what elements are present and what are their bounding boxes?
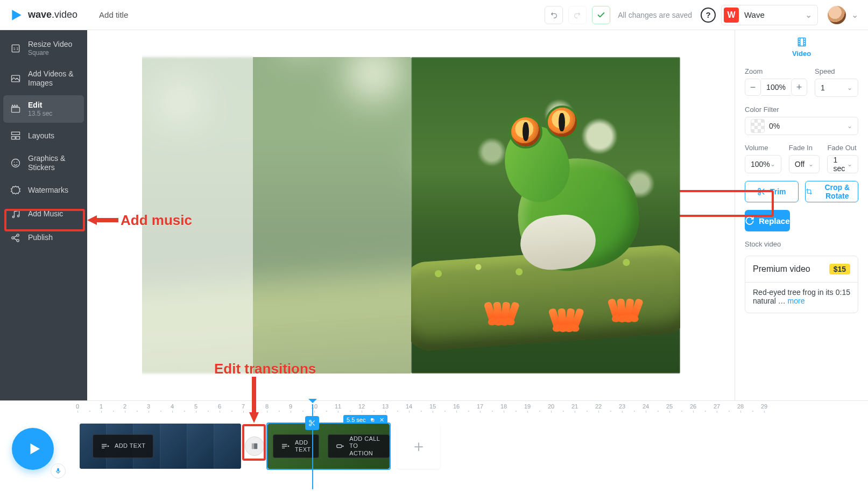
saved-indicator-icon <box>592 6 610 24</box>
topbar-actions: All changes are saved ? W Wave ⌄ ⌄ <box>545 5 858 25</box>
user-menu-chevron-icon[interactable]: ⌄ <box>851 10 858 20</box>
trim-button[interactable]: Trim <box>745 181 799 202</box>
sidebar-item-add-media[interactable]: Add Videos & Images <box>3 64 84 93</box>
transition-node[interactable] <box>245 436 264 456</box>
ruler-tick: 0 <box>76 403 79 410</box>
chevron-down-icon: ⌄ <box>805 10 812 20</box>
svg-rect-4 <box>12 132 20 135</box>
ruler-tick: 6 <box>218 403 221 410</box>
premium-label: Premium video <box>753 264 810 274</box>
stock-video-card[interactable]: Premium video $15 Red-eyed tree frog in … <box>745 256 858 313</box>
undo-button[interactable] <box>545 6 563 24</box>
refresh-icon <box>745 216 754 226</box>
timeline-clip-1[interactable]: ADD TEXT <box>80 424 241 469</box>
svg-point-9 <box>17 161 18 163</box>
ruler-tick: 14 <box>406 403 412 410</box>
svg-rect-6 <box>16 137 20 139</box>
add-clip-button[interactable]: ＋ <box>397 424 440 469</box>
filter-swatch <box>751 119 765 133</box>
scissors-icon <box>757 187 766 196</box>
svg-point-10 <box>12 216 14 217</box>
timeline-ruler[interactable]: 0123456789101112131415161718192021222324… <box>74 401 868 414</box>
sidebar-label: Edit <box>28 101 52 110</box>
fadeout-select[interactable]: 1 sec⌄ <box>827 155 858 173</box>
filter-select[interactable]: 0% ⌄ <box>745 117 858 135</box>
ruler-tick: 28 <box>737 403 744 410</box>
workspace-name: Wave <box>744 10 800 19</box>
timeline-clip-2[interactable]: ADD TEXT ADD CALLTO ACTION <box>267 424 390 469</box>
trim-label: Trim <box>770 187 786 196</box>
ruler-tick: 24 <box>643 403 649 410</box>
chevron-down-icon: ⌄ <box>847 160 852 168</box>
ruler-tick: 20 <box>548 403 554 410</box>
sidebar-item-layouts[interactable]: Layouts <box>3 125 84 146</box>
crop-rotate-button[interactable]: Crop & Rotate <box>805 181 859 202</box>
canvas-area[interactable] <box>87 30 735 400</box>
play-logo-icon <box>10 8 24 22</box>
timeline-tracks[interactable]: ADD TEXT 5.5 sec ✕ ADD TEXT ADD CALLTO A… <box>0 414 868 474</box>
logo-text-a: wave <box>28 9 52 20</box>
help-button[interactable]: ? <box>701 8 716 23</box>
user-avatar[interactable] <box>828 6 846 24</box>
app-logo[interactable]: wave.video <box>10 8 77 22</box>
sidebar-item-publish[interactable]: Publish <box>3 227 84 249</box>
workspace-selector[interactable]: W Wave ⌄ <box>721 5 818 25</box>
redo-button[interactable] <box>568 6 587 24</box>
speed-label: Speed <box>815 67 858 75</box>
clip-add-text-button[interactable]: ADD TEXT <box>93 434 153 458</box>
svg-point-16 <box>758 188 760 191</box>
volume-select[interactable]: 100%⌄ <box>745 155 781 173</box>
zoom-stepper[interactable]: − 100% + <box>745 79 807 96</box>
topbar: wave.video Add title All changes are sav… <box>0 0 868 30</box>
replace-button[interactable]: Replace <box>745 210 790 231</box>
ruler-tick: 17 <box>477 403 483 410</box>
zoom-inc-button[interactable]: + <box>791 79 807 96</box>
voiceover-button[interactable] <box>51 463 66 478</box>
ruler-tick: 11 <box>335 403 341 410</box>
clip-delete-icon[interactable]: ✕ <box>379 417 384 424</box>
stock-video-heading: Stock video <box>735 231 868 248</box>
chevron-down-icon: ⌄ <box>847 84 852 91</box>
filter-value: 0% <box>769 122 780 130</box>
panel-tab-video[interactable]: Video <box>735 34 868 63</box>
play-button[interactable] <box>12 428 54 470</box>
share-icon <box>10 233 22 243</box>
volume-label: Volume <box>745 144 781 152</box>
film-icon <box>796 37 807 47</box>
fadein-select[interactable]: Off⌄ <box>789 155 820 173</box>
saved-status-text: All changes are saved <box>618 11 692 19</box>
sidebar-item-resize[interactable]: 1:1 Resize VideoSquare <box>3 34 84 62</box>
ruler-tick: 5 <box>194 403 197 410</box>
clapper-icon <box>10 103 22 114</box>
ruler-tick: 8 <box>265 403 269 410</box>
crop-icon <box>806 187 813 196</box>
clip-add-cta-button[interactable]: ADD CALLTO ACTION <box>328 434 390 458</box>
svg-text:1:1: 1:1 <box>13 47 19 51</box>
ruler-tick: 23 <box>619 403 625 410</box>
duplicate-icon[interactable] <box>370 417 375 422</box>
ruler-tick: 13 <box>382 403 389 410</box>
sidebar-label: Add Music <box>28 209 63 219</box>
ruler-tick: 26 <box>690 403 696 410</box>
filter-label: Color Filter <box>745 105 858 114</box>
premium-more-link[interactable]: more <box>788 297 805 305</box>
speed-select[interactable]: 1⌄ <box>815 79 858 97</box>
ruler-tick: 25 <box>666 403 673 410</box>
add-text-label: ADD TEXT <box>115 442 145 449</box>
sidebar-item-edit[interactable]: Edit13.5 sec <box>3 95 84 123</box>
split-button[interactable] <box>305 416 319 430</box>
svg-point-17 <box>758 193 760 195</box>
ruler-tick: 4 <box>171 403 174 410</box>
volume-value: 100% <box>751 160 770 168</box>
crop-label: Crop & Rotate <box>817 183 858 200</box>
layouts-icon <box>10 130 22 141</box>
project-title-input[interactable]: Add title <box>99 10 128 19</box>
sidebar-item-graphics[interactable]: Graphics & Stickers <box>3 149 84 178</box>
ruler-tick: 1 <box>100 403 103 410</box>
sidebar-item-watermarks[interactable]: Watermarks <box>3 180 84 201</box>
sidebar-item-add-music[interactable]: Add Music <box>3 203 84 225</box>
playhead[interactable] <box>312 404 313 489</box>
zoom-dec-button[interactable]: − <box>745 79 761 96</box>
ruler-tick: 9 <box>289 403 292 410</box>
svg-point-8 <box>14 161 15 163</box>
